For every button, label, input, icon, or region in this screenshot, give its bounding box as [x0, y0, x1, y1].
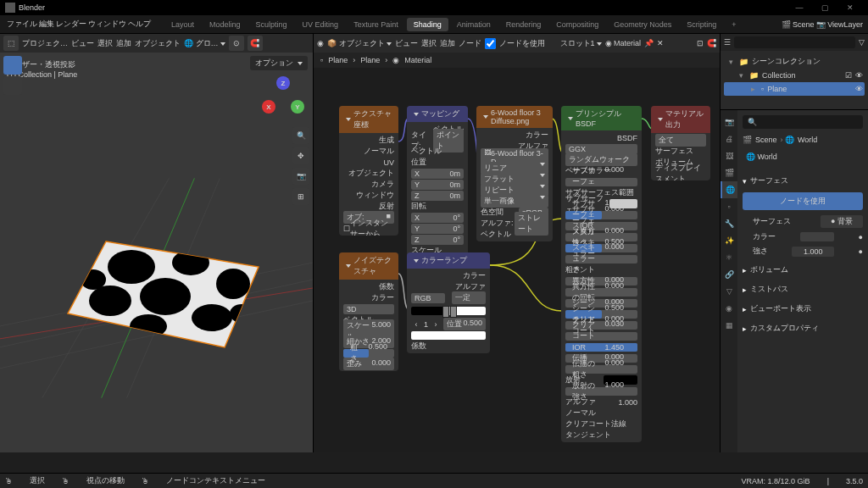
workspace-tab[interactable]: Rendering [499, 18, 548, 31]
node-color-ramp[interactable]: カラーランプ カラー アルファ RGB一定 ‹1›位置 0.500 係数 [407, 252, 490, 353]
socket-out[interactable]: オブジェクト [343, 169, 394, 178]
ramp-mode[interactable]: RGB [411, 293, 445, 303]
socket-out[interactable]: 生成 [343, 136, 394, 145]
dim-dropdown[interactable]: 3D [343, 304, 394, 314]
vp-view[interactable]: ビュー [71, 38, 94, 49]
workspace-add[interactable]: + [725, 18, 743, 31]
node-editor[interactable]: ◉ 📦 オブジェクト ビュー 選択 追加 ノード ノードを使用 スロット1 ◉ … [314, 34, 720, 452]
socket-in-vector[interactable]: ベクトル [481, 230, 548, 239]
clearcoat-r-slider[interactable]: クリアコートの粗さ0.030 [565, 332, 637, 341]
emit-s-slider[interactable]: 放射の強さ1.000 [565, 387, 637, 396]
world-tab[interactable]: 🌐 [721, 181, 737, 198]
workspace-tab[interactable]: Compositing [549, 18, 605, 31]
subsurface-slider[interactable]: サブサーフェス0.000 [565, 178, 637, 186]
volume-section[interactable]: ▸ ボリューム [743, 262, 863, 278]
socket-out-bsdf[interactable]: BSDF [565, 133, 637, 142]
instancer-check[interactable]: インスタンサーから [350, 218, 394, 236]
modifier-tab[interactable]: 🔧 [721, 215, 737, 232]
crumb-data[interactable]: Plane [360, 56, 380, 64]
editor-type-icon[interactable]: ⬚ [3, 36, 19, 51]
ior-slider[interactable]: IOR1.450 [565, 343, 637, 352]
render-tab[interactable]: 📷 [721, 114, 737, 130]
move-icon[interactable]: ✥ [292, 147, 309, 164]
loc-x[interactable]: X0m [411, 169, 464, 179]
displacement-in[interactable]: ディスプレイスメント [655, 169, 706, 178]
viewport-display-section[interactable]: ▸ ビューポート表示 [743, 301, 863, 317]
aniso-rot-slider[interactable]: 異方性の回転0.000 [565, 288, 637, 297]
scene-tab[interactable]: 🎬 [721, 164, 737, 181]
eye-icon[interactable]: 👁 [855, 71, 863, 80]
pin-icon[interactable]: 📌 [644, 39, 654, 47]
data-tab[interactable]: ▽ [721, 283, 737, 300]
outliner-search[interactable] [734, 36, 855, 48]
world-color-swatch[interactable] [800, 232, 834, 241]
constraint-tab[interactable]: 🔗 [721, 266, 737, 283]
axis-y-icon[interactable]: Y [291, 100, 304, 114]
target-dropdown[interactable]: 全て [655, 134, 706, 147]
workspace-tab[interactable]: Geometry Nodes [607, 18, 678, 31]
viewport-3d[interactable]: ⬚ プロジェク… ビュー 選択 追加 オブジェクト 🌐 グロ… ⊙ 🧲 オプショ… [0, 34, 314, 452]
nav-gizmo[interactable]: Z X Y [262, 76, 304, 119]
viewlayer-selector[interactable]: 📷 ViewLayer [816, 20, 863, 29]
socket-out-fac[interactable]: 係数 [343, 282, 394, 291]
overlay-icon[interactable]: ⊡ [697, 39, 704, 47]
persp-icon[interactable]: ⊞ [292, 188, 309, 205]
object-tab[interactable]: ▫ [721, 198, 737, 215]
output-tab[interactable]: 🖨 [721, 130, 737, 147]
crumb-material[interactable]: Material [404, 56, 431, 64]
socket-out[interactable]: カメラ [343, 180, 394, 189]
vp-mode[interactable]: 🌐 グロ… [184, 38, 225, 49]
socket-out[interactable]: UV [343, 158, 394, 167]
strength-value[interactable]: 1.000 [792, 247, 834, 257]
node-noise-texture[interactable]: ノイズテクスチャ 係数 カラー 3D ベクトル スケール5.000 細かさ2.0… [339, 252, 398, 371]
texture-tab[interactable]: ▦ [721, 317, 737, 334]
slot-dropdown[interactable]: スロット1 [560, 38, 602, 49]
surface-section[interactable]: ▾ サーフェス [743, 173, 863, 189]
filter-icon[interactable]: ▽ [859, 38, 865, 47]
menu-help[interactable]: ヘルプ [128, 19, 151, 30]
particle-tab[interactable]: ✨ [721, 232, 737, 249]
workspace-tab[interactable]: Sculpting [249, 18, 294, 31]
tangent-in[interactable]: タンジェント [565, 430, 637, 440]
crumb-object[interactable]: Plane [328, 56, 348, 64]
normal-in[interactable]: ノーマル [565, 408, 637, 418]
custom-props-section[interactable]: ▸ カスタムプロパティ [743, 320, 863, 336]
fac-in[interactable]: 係数 [411, 341, 486, 351]
snap-icon[interactable]: 🧲 [248, 36, 263, 51]
collection-row[interactable]: ▾📁Collection☑👁 [724, 69, 865, 82]
ramp-interp[interactable]: 一定 [452, 291, 486, 304]
rot-y[interactable]: Y0° [411, 224, 464, 234]
viewport-options[interactable]: オプション [250, 56, 308, 70]
cursor-tool[interactable] [3, 76, 22, 95]
color-ramp-gradient[interactable] [411, 307, 486, 315]
visibility-icon[interactable]: ☑ [845, 71, 852, 80]
axis-z-icon[interactable]: Z [276, 76, 290, 90]
loc-y[interactable]: Y0m [411, 180, 464, 190]
socket-in[interactable]: ベクトル [411, 147, 464, 156]
dist-dropdown[interactable]: GGX [565, 144, 637, 154]
vp-object[interactable]: オブジェクト [135, 38, 181, 49]
vp-add[interactable]: 追加 [116, 38, 131, 49]
socket-out[interactable]: 反射 [343, 202, 394, 211]
props-search[interactable]: 🔍 [743, 115, 863, 129]
plane-row[interactable]: ▸▫Plane👁 [724, 82, 865, 96]
physics-tab[interactable]: ⚛ [721, 249, 737, 266]
eye-icon[interactable]: 👁 [855, 85, 863, 93]
zoom-icon[interactable]: 🔍 [292, 127, 309, 144]
close-button[interactable]: ✕ [837, 3, 863, 12]
workspace-tab[interactable]: Scripting [680, 18, 723, 31]
plane-object[interactable] [64, 233, 267, 352]
scene-collection-row[interactable]: ▾📁シーンコレクション [724, 54, 865, 69]
loc-z[interactable]: Z0m [411, 191, 464, 201]
use-nodes-button[interactable]: ノードを使用 [743, 192, 863, 210]
minimize-button[interactable]: — [787, 3, 812, 12]
surface-in[interactable]: サーフェス [655, 147, 706, 156]
close-icon[interactable]: ✕ [657, 39, 664, 47]
rot-x[interactable]: X0° [411, 213, 464, 223]
workspace-tab[interactable]: Texture Paint [347, 18, 405, 31]
use-nodes-checkbox[interactable] [485, 38, 496, 49]
outliner-type-icon[interactable]: ☰ [724, 38, 731, 47]
select-tool[interactable] [3, 56, 22, 75]
socket-out-color[interactable]: カラー [343, 293, 394, 302]
world-dropdown[interactable]: 🌐 World [743, 151, 863, 163]
